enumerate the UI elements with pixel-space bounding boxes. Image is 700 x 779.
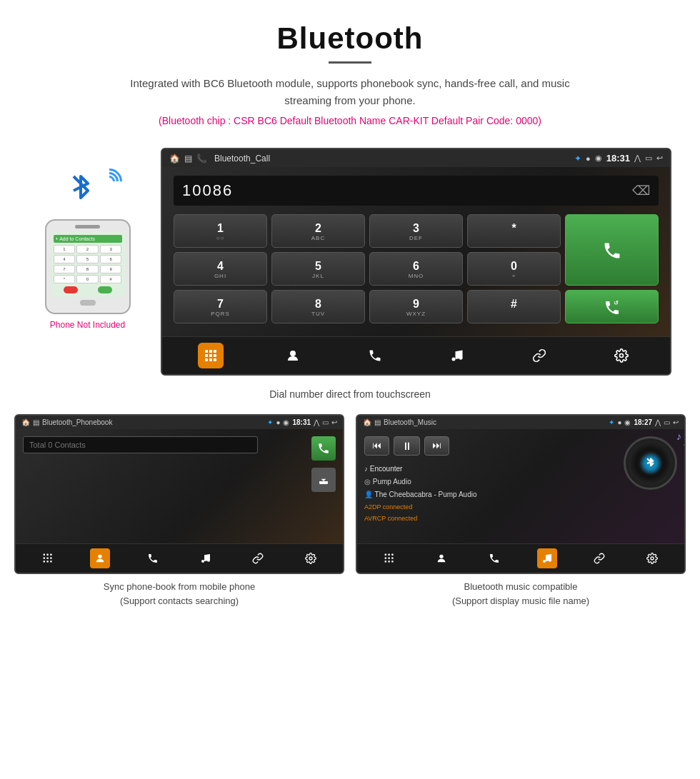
status-time: 18:31: [606, 153, 630, 164]
key-8[interactable]: 8TUV: [271, 290, 365, 323]
pbt-contacts[interactable]: [90, 548, 110, 568]
phone-key: 0: [76, 275, 99, 283]
key-0[interactable]: 0+: [467, 252, 561, 286]
svg-rect-36: [391, 561, 393, 562]
a2dp-status: A2DP connected: [364, 501, 677, 513]
pb-expand: ⋀: [314, 418, 319, 426]
vinyl-disc: [624, 436, 677, 490]
backspace-icon[interactable]: ⌫: [632, 183, 650, 198]
page-title: Bluetooth: [14, 21, 686, 56]
svg-rect-22: [46, 561, 48, 562]
mut-music[interactable]: [537, 548, 557, 568]
key-2[interactable]: 2ABC: [271, 214, 365, 248]
pb-signal: ●: [276, 418, 280, 426]
mut-link[interactable]: [589, 548, 609, 568]
mu-time: 18:27: [634, 418, 652, 426]
toolbar-settings-btn[interactable]: [609, 343, 634, 368]
car-statusbar: 🏠 ▤ 📞 Bluetooth_Call ✦ ● ◉ 18:31 ⋀ ▭ ↩: [162, 149, 670, 167]
call-button[interactable]: [565, 214, 659, 286]
pb-status-right: ✦ ● ◉ 18:31 ⋀ ▭ ↩: [267, 418, 337, 426]
svg-rect-20: [50, 557, 51, 558]
phonebook-caption-line2: (Support contacts searching): [120, 595, 239, 606]
svg-rect-23: [50, 561, 51, 562]
key-hash[interactable]: #: [467, 290, 561, 323]
svg-point-24: [99, 555, 102, 558]
back-icon: ↩: [656, 154, 663, 163]
pb-call-button[interactable]: [311, 436, 336, 461]
bluetooth-vinyl-icon: [639, 452, 662, 475]
pb-back: ↩: [331, 418, 337, 426]
pbt-keypad[interactable]: [38, 548, 58, 568]
pb-menu-icon: ▤: [33, 418, 39, 426]
next-button[interactable]: ⏭: [424, 436, 449, 456]
recall-button[interactable]: ↺: [565, 290, 659, 323]
music-screen: 🏠 ▤ Bluetooth_Music ✦ ● ◉ 18:27 ⋀ ▭ ↩ ⏮ …: [356, 414, 686, 574]
artist-row: 👤 The Cheebacabra - Pump Audio: [364, 488, 677, 501]
phone-key: *: [54, 275, 76, 283]
phonebook-search-input[interactable]: [23, 436, 258, 453]
bluetooth-status-icon: ✦: [574, 154, 581, 164]
phone-speaker: [75, 225, 100, 228]
pb-bt-icon: ✦: [267, 418, 273, 426]
car-screen-call: 🏠 ▤ 📞 Bluetooth_Call ✦ ● ◉ 18:31 ⋀ ▭ ↩ 1…: [161, 148, 671, 376]
toolbar-link-btn[interactable]: [526, 343, 552, 368]
phone-screen: + Add to Contacts 1 2 3 4 5 6 7 8 9 * 0 …: [51, 232, 125, 296]
mut-keypad[interactable]: [379, 548, 399, 568]
toolbar-keypad-btn[interactable]: [198, 343, 224, 368]
svg-rect-3: [214, 350, 216, 353]
dialer-input-row: 10086 ⌫: [174, 176, 659, 206]
mut-settings[interactable]: [642, 548, 662, 568]
phone-key: 5: [76, 255, 99, 263]
music-statusbar: 🏠 ▤ Bluetooth_Music ✦ ● ◉ 18:27 ⋀ ▭ ↩: [357, 416, 684, 429]
svg-rect-5: [209, 354, 212, 357]
key-6[interactable]: 6MNO: [369, 252, 463, 286]
svg-rect-34: [384, 561, 386, 562]
wifi-icon: ◉: [595, 154, 602, 163]
toolbar-call-btn[interactable]: [362, 343, 388, 368]
key-1[interactable]: 1○○: [174, 214, 267, 248]
svg-point-38: [543, 560, 546, 563]
pbt-music[interactable]: [196, 548, 216, 568]
key-9[interactable]: 9WXYZ: [369, 290, 463, 323]
key-7[interactable]: 7PQRS: [174, 290, 267, 323]
phone-keypad: 1 2 3 4 5 6 7 8 9 * 0 #: [54, 245, 122, 283]
signal-icon: ●: [586, 154, 591, 163]
play-pause-button[interactable]: ⏸: [394, 436, 420, 456]
phonebook-panel: 🏠 ▤ Bluetooth_Phonebook ✦ ● ◉ 18:31 ⋀ ▭ …: [14, 414, 344, 610]
pbt-call[interactable]: [143, 548, 163, 568]
mut-call[interactable]: [484, 548, 504, 568]
svg-rect-32: [388, 557, 389, 558]
pb-wifi: ◉: [283, 418, 289, 426]
svg-point-40: [651, 557, 654, 560]
mu-home-icon: 🏠: [363, 418, 371, 426]
pbt-link[interactable]: [248, 548, 268, 568]
svg-rect-4: [205, 354, 208, 357]
pb-download-button[interactable]: [311, 468, 336, 492]
key-star[interactable]: *: [467, 214, 561, 248]
svg-text:↺: ↺: [614, 300, 619, 306]
page-specs: (Bluetooth chip : CSR BC6 Default Blueto…: [14, 115, 686, 126]
svg-point-39: [549, 559, 551, 562]
svg-point-12: [459, 356, 463, 360]
svg-rect-30: [391, 554, 393, 556]
pb-time: 18:31: [292, 418, 311, 426]
title-underline: [329, 61, 371, 64]
svg-rect-1: [205, 350, 208, 353]
key-3[interactable]: 3DEF: [369, 214, 463, 248]
phone-bottom-bar: [54, 286, 122, 293]
key-5[interactable]: 5JKL: [271, 252, 365, 286]
svg-rect-19: [46, 557, 48, 558]
prev-button[interactable]: ⏮: [364, 436, 389, 456]
artist-name: The Cheebacabra - Pump Audio: [375, 491, 477, 498]
bluetooth-icon-area: [59, 162, 116, 212]
home-icon: 🏠: [169, 154, 180, 164]
toolbar-music-btn[interactable]: [444, 343, 470, 368]
music-content: ⏮ ⏸ ⏭ ♪ Encounter ◎ Pump Audio 👤 The Che…: [357, 429, 684, 543]
toolbar-contacts-btn[interactable]: [280, 343, 306, 368]
mut-contacts[interactable]: [431, 548, 451, 568]
key-4[interactable]: 4GHI: [174, 252, 267, 286]
svg-rect-31: [384, 557, 386, 558]
phonebook-statusbar: 🏠 ▤ Bluetooth_Phonebook ✦ ● ◉ 18:31 ⋀ ▭ …: [16, 416, 343, 429]
svg-point-37: [440, 555, 444, 558]
pbt-settings[interactable]: [301, 548, 321, 568]
